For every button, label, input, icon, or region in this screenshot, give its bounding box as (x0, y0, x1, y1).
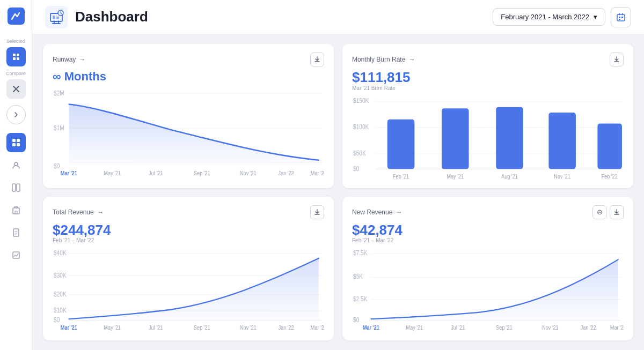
selected-label: Selected (0, 39, 32, 44)
compare-x-btn[interactable] (6, 79, 26, 99)
svg-text:Nov '21: Nov '21 (240, 325, 257, 331)
svg-rect-46 (387, 119, 415, 168)
burn-rate-subtitle: Mar '21 Burn Rate (352, 85, 624, 91)
svg-text:Mar '22: Mar '22 (311, 325, 324, 331)
date-range-button[interactable]: February 2021 - March 2022 ▾ (493, 8, 605, 26)
svg-text:$2.5K: $2.5K (353, 295, 368, 302)
svg-text:Mar '22: Mar '22 (610, 325, 624, 331)
burn-rate-card-header: Monthly Burn Rate → (352, 53, 624, 66)
new-revenue-buttons: ⊖ (592, 205, 624, 219)
sidebar: Selected Compare (0, 0, 32, 350)
calendar-view-button[interactable] (611, 7, 631, 27)
svg-rect-14 (13, 229, 19, 236)
chevron-down-icon: ▾ (594, 13, 597, 21)
sidebar-item-dashboard[interactable] (6, 133, 26, 152)
svg-rect-2 (17, 54, 19, 56)
svg-text:$100K: $100K (353, 123, 369, 130)
dashboard-grid: Runway → ∞ Months $2M $1M $ (32, 34, 644, 350)
svg-rect-15 (13, 252, 19, 258)
svg-text:$0: $0 (54, 162, 60, 170)
svg-text:$0: $0 (54, 316, 60, 323)
new-revenue-arrow: → (396, 208, 402, 216)
svg-rect-11 (17, 184, 20, 191)
svg-rect-24 (619, 19, 620, 20)
svg-text:May '21: May '21 (447, 173, 464, 180)
dashboard-icon (45, 6, 68, 28)
runway-title-row: Runway → (53, 56, 85, 63)
runway-title: Runway (53, 56, 76, 63)
svg-text:Jul '21: Jul '21 (149, 169, 163, 176)
svg-text:Jul '21: Jul '21 (149, 325, 163, 331)
new-revenue-subtitle: Feb '21 – Mar '22 (352, 237, 624, 243)
burn-rate-chart: $150K $100K $50K $0 (352, 93, 624, 183)
burn-rate-title-row: Monthly Burn Rate → (352, 56, 415, 63)
sidebar-item-grid[interactable] (6, 178, 26, 197)
svg-text:May '21: May '21 (406, 325, 423, 331)
nav-arrow-btn[interactable] (6, 105, 26, 124)
total-revenue-subtitle: Feb '21 – Mar '22 (53, 237, 324, 243)
svg-rect-5 (12, 139, 16, 142)
svg-text:Nov '21: Nov '21 (240, 169, 257, 176)
runway-chart: $2M $1M $0 (53, 85, 324, 183)
svg-text:Aug '21: Aug '21 (501, 173, 518, 180)
svg-text:Mar '21: Mar '21 (61, 169, 77, 176)
main-content: Dashboard February 2021 - March 2022 ▾ (32, 0, 644, 350)
svg-text:$50K: $50K (353, 149, 366, 156)
svg-rect-8 (17, 143, 20, 146)
svg-text:$10K: $10K (54, 307, 67, 314)
runway-export-button[interactable] (310, 53, 324, 66)
svg-rect-1 (13, 54, 16, 56)
new-revenue-title: New Revenue (352, 208, 392, 216)
total-revenue-export-button[interactable] (310, 205, 324, 219)
svg-rect-6 (17, 139, 20, 142)
selected-dashboard-btn[interactable] (6, 47, 26, 66)
svg-text:$40K: $40K (54, 249, 67, 256)
sidebar-item-building[interactable] (6, 200, 26, 220)
burn-rate-value: $111,815 (352, 70, 624, 85)
burn-rate-card: Monthly Burn Rate → $111,815 Mar '21 Bur… (342, 44, 633, 188)
svg-text:Mar '21: Mar '21 (61, 325, 77, 331)
new-revenue-title-row: New Revenue → (352, 208, 402, 216)
runway-card: Runway → ∞ Months $2M $1M $ (43, 44, 334, 188)
app-logo (6, 6, 26, 26)
total-revenue-arrow: → (97, 208, 104, 216)
total-revenue-value: $244,874 (53, 222, 324, 238)
new-revenue-extra-button[interactable]: ⊖ (592, 205, 606, 219)
svg-rect-7 (12, 143, 16, 146)
header-left: Dashboard (45, 6, 148, 28)
svg-text:Sep '21: Sep '21 (194, 325, 210, 331)
sidebar-item-chart[interactable] (6, 245, 26, 265)
svg-text:Jan '22: Jan '22 (279, 169, 294, 176)
svg-text:May '21: May '21 (104, 325, 121, 331)
svg-rect-4 (17, 57, 19, 60)
svg-text:$0: $0 (353, 165, 359, 172)
svg-text:Jan '22: Jan '22 (581, 325, 596, 331)
svg-text:$150K: $150K (353, 96, 369, 103)
page-title: Dashboard (75, 9, 148, 25)
date-range-text: February 2021 - March 2022 (501, 13, 589, 21)
svg-rect-50 (597, 123, 622, 169)
burn-rate-title: Monthly Burn Rate (352, 56, 405, 63)
runway-infinity: ∞ (53, 70, 61, 84)
total-revenue-card: Total Revenue → $244,874 Feb '21 – Mar '… (43, 197, 334, 341)
svg-rect-22 (619, 17, 620, 18)
svg-point-9 (14, 162, 18, 166)
runway-arrow: → (79, 56, 85, 63)
new-revenue-export-button[interactable] (610, 205, 624, 219)
header-right: February 2021 - March 2022 ▾ (493, 7, 631, 27)
total-revenue-chart: $40K $30K $20K $10K $0 (53, 245, 324, 335)
svg-text:May '21: May '21 (104, 169, 121, 176)
svg-rect-18 (53, 16, 55, 19)
svg-text:Feb '21: Feb '21 (393, 173, 409, 180)
sidebar-item-document[interactable] (6, 223, 26, 242)
svg-rect-10 (12, 184, 16, 191)
burn-rate-export-button[interactable] (610, 53, 624, 66)
new-revenue-card-header: New Revenue → ⊖ (352, 205, 624, 219)
burn-rate-arrow: → (408, 56, 415, 63)
new-revenue-value: $42,874 (352, 222, 624, 238)
svg-text:Jul '21: Jul '21 (451, 325, 465, 331)
svg-text:$2M: $2M (54, 88, 64, 96)
svg-text:Sep '21: Sep '21 (194, 169, 210, 176)
sidebar-item-people[interactable] (6, 155, 26, 175)
svg-text:$5K: $5K (353, 273, 363, 280)
